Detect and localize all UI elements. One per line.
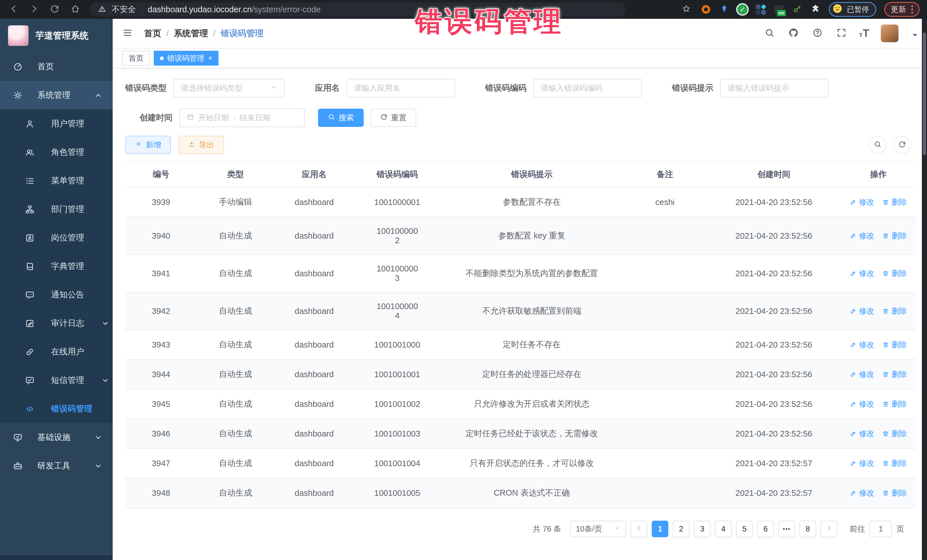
edit-link[interactable]: 修改 xyxy=(850,428,874,439)
home-button[interactable] xyxy=(69,3,82,16)
refresh-table-button[interactable] xyxy=(894,136,911,154)
app-name-input[interactable]: 请输入应用名 xyxy=(346,79,455,97)
tab-error-code[interactable]: 错误码管理 × xyxy=(154,51,219,65)
page-ellipsis[interactable]: ••• xyxy=(778,521,795,537)
column-header: 创建时间 xyxy=(707,162,841,187)
tab-home[interactable]: 首页 xyxy=(122,51,150,65)
date-range-picker[interactable]: 开始日期 - 结束日期 xyxy=(179,108,305,127)
fullscreen-icon[interactable] xyxy=(835,27,848,39)
sidebar-item-6[interactable]: 岗位管理 xyxy=(0,223,112,252)
sidebar-item-label: 岗位管理 xyxy=(51,232,84,243)
sidebar-item-13[interactable]: 基础设施 xyxy=(0,423,112,452)
delete-link[interactable]: 删除 xyxy=(882,231,907,241)
browser-scrollbar[interactable] xyxy=(922,19,927,560)
delete-link[interactable]: 删除 xyxy=(882,306,907,316)
sidebar-item-0[interactable]: 首页 xyxy=(0,52,112,81)
sidebar-item-4[interactable]: 菜单管理 xyxy=(0,167,112,195)
extensions-puzzle-icon[interactable] xyxy=(810,4,821,15)
edit-link[interactable]: 修改 xyxy=(850,488,874,498)
sidebar-bottom-strip xyxy=(0,555,112,560)
extension-key-icon[interactable] xyxy=(792,4,802,15)
forward-button[interactable] xyxy=(28,3,41,16)
page-button-4[interactable]: 4 xyxy=(715,521,732,537)
sidebar-item-1[interactable]: 系统管理 xyxy=(0,81,112,109)
edit-link[interactable]: 修改 xyxy=(850,306,874,316)
sidebar-item-2[interactable]: 用户管理 xyxy=(0,109,112,138)
sidebar-item-14[interactable]: 研发工具 xyxy=(0,452,112,480)
scrollbar-thumb[interactable] xyxy=(923,32,926,155)
page-button-1[interactable]: 1 xyxy=(652,521,668,537)
github-icon xyxy=(789,28,799,38)
sidebar-item-5[interactable]: 部门管理 xyxy=(0,195,112,223)
app-shell: 芋道管理系统 首页系统管理用户管理角色管理菜单管理部门管理岗位管理字典管理通知公… xyxy=(0,19,927,560)
prev-page-button[interactable] xyxy=(631,521,647,537)
sidebar-item-3[interactable]: 角色管理 xyxy=(0,138,112,167)
page-button-8[interactable]: 8 xyxy=(799,521,816,537)
sidebar-item-10[interactable]: 在线用户 xyxy=(0,338,112,366)
edit-link[interactable]: 修改 xyxy=(850,231,874,241)
delete-link[interactable]: 删除 xyxy=(882,488,907,498)
error-msg-input[interactable]: 请输入错误码提示 xyxy=(720,79,828,97)
toggle-search-button[interactable] xyxy=(869,136,886,154)
breadcrumb-system[interactable]: 系统管理 xyxy=(174,28,208,39)
edit-link[interactable]: 修改 xyxy=(850,399,874,409)
back-button[interactable] xyxy=(8,3,20,16)
hamburger-icon[interactable] xyxy=(122,28,134,39)
reload-button[interactable] xyxy=(49,3,61,16)
add-button[interactable]: 新增 xyxy=(125,136,171,154)
export-button[interactable]: 导出 xyxy=(178,136,224,154)
extension-on-badge-icon[interactable]: on xyxy=(774,4,784,15)
page-button-6[interactable]: 6 xyxy=(757,521,774,537)
edit-link[interactable]: 修改 xyxy=(850,458,874,469)
error-code-input[interactable]: 请输入错误码编码 xyxy=(533,79,642,97)
cell-remark xyxy=(623,292,707,330)
delete-link[interactable]: 删除 xyxy=(882,340,907,350)
page-button-3[interactable]: 3 xyxy=(694,521,711,537)
extension-green-check-icon[interactable]: ✓ xyxy=(737,4,748,15)
search-button[interactable]: 搜索 xyxy=(318,109,364,127)
user-avatar[interactable] xyxy=(881,24,898,42)
cell-msg: 定时任务已经处于该状态，无需修改 xyxy=(440,419,623,449)
error-type-select[interactable]: 请选择错误码类型 xyxy=(173,79,285,97)
kebab-menu-icon[interactable] xyxy=(911,5,913,14)
page-button-5[interactable]: 5 xyxy=(736,521,753,537)
delete-link[interactable]: 删除 xyxy=(882,458,907,469)
extension-blue-gem-icon[interactable] xyxy=(719,4,729,15)
reset-button[interactable]: 重置 xyxy=(371,109,416,127)
edit-link[interactable]: 修改 xyxy=(850,268,874,279)
delete-link[interactable]: 删除 xyxy=(882,369,907,379)
help-icon[interactable] xyxy=(811,27,824,39)
extension-blue-grid-icon[interactable] xyxy=(755,4,766,15)
cell-app: dashboard xyxy=(274,330,354,360)
browser-profile-chip[interactable]: 已暂停 xyxy=(829,2,876,17)
font-size-icon[interactable]: тT xyxy=(859,27,869,39)
edit-link[interactable]: 修改 xyxy=(850,369,874,379)
update-button[interactable]: 更新 xyxy=(884,2,919,17)
avatar-caret-down-icon[interactable] xyxy=(910,30,917,37)
github-icon[interactable] xyxy=(787,27,800,39)
sidebar-item-7[interactable]: 字典管理 xyxy=(0,252,112,281)
cell-app: dashboard xyxy=(274,187,354,217)
tab-close-icon[interactable]: × xyxy=(208,55,212,62)
page-button-2[interactable]: 2 xyxy=(673,521,689,537)
table-row: 3944自动生成dashboard1001001001定时任务的处理器已经存在2… xyxy=(125,360,916,389)
page-size-select[interactable]: 10条/页 xyxy=(570,521,626,537)
sidebar-item-9[interactable]: 审计日志 xyxy=(0,309,112,338)
sidebar-item-8[interactable]: 通知公告 xyxy=(0,281,112,309)
goto-page-input[interactable]: 1 xyxy=(870,521,892,537)
sidebar-item-12[interactable]: 错误码管理 xyxy=(0,395,112,423)
sidebar-item-11[interactable]: 短信管理 xyxy=(0,366,112,395)
edit-link[interactable]: 修改 xyxy=(850,197,874,207)
bookmark-star-icon[interactable] xyxy=(680,3,693,16)
sidebar-logo[interactable]: 芋道管理系统 xyxy=(0,19,112,52)
extension-orange-ring-icon[interactable] xyxy=(701,4,711,15)
delete-link[interactable]: 删除 xyxy=(882,399,907,409)
edit-link[interactable]: 修改 xyxy=(850,340,874,350)
header-search-icon[interactable] xyxy=(763,27,776,39)
breadcrumb-home[interactable]: 首页 xyxy=(144,28,161,39)
sidebar-item-label: 角色管理 xyxy=(51,147,84,158)
delete-link[interactable]: 删除 xyxy=(882,428,907,439)
next-page-button[interactable] xyxy=(821,521,837,537)
delete-link[interactable]: 删除 xyxy=(882,197,907,207)
delete-link[interactable]: 删除 xyxy=(882,268,907,279)
